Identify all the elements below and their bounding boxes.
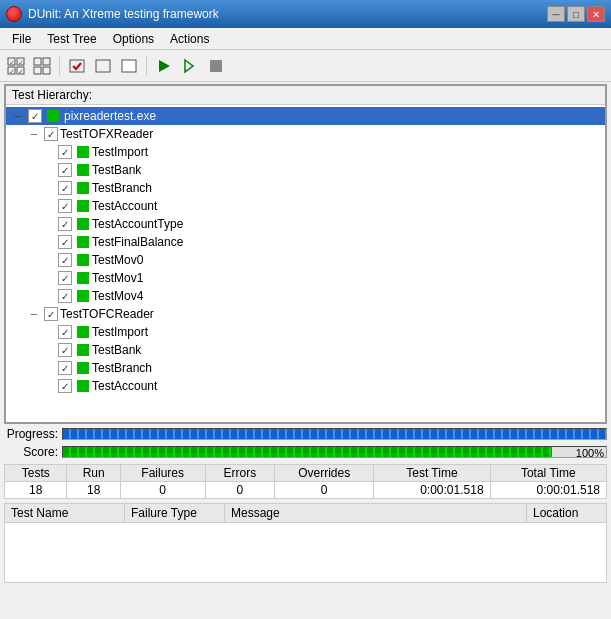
menu-test-tree[interactable]: Test Tree [39, 30, 104, 48]
stop-button[interactable] [204, 54, 228, 78]
stats-table: Tests Run Failures Errors Overrides Test… [4, 464, 607, 499]
tree-label: TestAccountType [92, 217, 183, 231]
tree-label: TestTOFXReader [60, 127, 153, 141]
tree-item[interactable]: TestAccountType [6, 215, 605, 233]
tree-green-box [47, 110, 59, 122]
tree-item[interactable]: TestBank [6, 341, 605, 359]
tree-item[interactable]: TestAccount [6, 377, 605, 395]
tree-item[interactable]: ─TestTOFXReader [6, 125, 605, 143]
tree-checkbox[interactable] [58, 271, 72, 285]
minimize-button[interactable]: ─ [547, 6, 565, 22]
check-all-button[interactable]: ✓✓✓✓ [4, 54, 28, 78]
tree-green-box [77, 272, 89, 284]
failures-table: Test Name Failure Type Message Location [4, 503, 607, 523]
tree-label: TestAccount [92, 379, 157, 393]
svg-rect-14 [122, 60, 136, 72]
tree-checkbox[interactable] [58, 235, 72, 249]
uncheck-all-button[interactable] [30, 54, 54, 78]
title-bar: DUnit: An Xtreme testing framework ─ □ ✕ [0, 0, 611, 28]
tree-item[interactable]: TestImport [6, 143, 605, 161]
tree-label: TestImport [92, 145, 148, 159]
tree-green-box [77, 254, 89, 266]
fail-col-name: Test Name [5, 504, 125, 523]
score-row: Score: 100% [4, 444, 607, 460]
tree-checkbox[interactable] [58, 289, 72, 303]
hierarchy-label: Test Hierarchy: [6, 86, 605, 105]
svg-rect-10 [34, 67, 41, 74]
tree-item[interactable]: TestMov1 [6, 269, 605, 287]
score-label: Score: [4, 445, 62, 459]
tree-green-box [77, 200, 89, 212]
tree-item[interactable]: TestBranch [6, 359, 605, 377]
tree-checkbox[interactable] [58, 253, 72, 267]
progress-fill [63, 429, 606, 439]
tree-label: TestFinalBalance [92, 235, 183, 249]
tree-item[interactable]: ─pixreadertest.exe [6, 107, 605, 125]
tree-item[interactable]: TestMov4 [6, 287, 605, 305]
close-button[interactable]: ✕ [587, 6, 605, 22]
tree-checkbox[interactable] [58, 163, 72, 177]
tree-expander[interactable]: ─ [26, 306, 42, 322]
tree-item[interactable]: TestFinalBalance [6, 233, 605, 251]
tree-checkbox[interactable] [44, 307, 58, 321]
svg-text:✓: ✓ [18, 68, 24, 75]
tree-item[interactable]: TestMov0 [6, 251, 605, 269]
tree-green-box [77, 344, 89, 356]
menu-actions[interactable]: Actions [162, 30, 217, 48]
toolbar-sep-1 [59, 56, 60, 76]
check-failed-button[interactable] [65, 54, 89, 78]
uncheck-button[interactable] [117, 54, 141, 78]
tree-label: TestTOFCReader [60, 307, 154, 321]
tree-label: TestMov0 [92, 253, 143, 267]
tree-checkbox[interactable] [58, 361, 72, 375]
tree-label: TestBranch [92, 181, 152, 195]
tree-checkbox[interactable] [44, 127, 58, 141]
checkbox-button[interactable] [91, 54, 115, 78]
col-errors: Errors [205, 465, 275, 482]
tree-label: TestMov1 [92, 271, 143, 285]
tree-expander[interactable]: ─ [10, 108, 26, 124]
tree-checkbox[interactable] [58, 217, 72, 231]
tree-checkbox[interactable] [58, 199, 72, 213]
tree-expander[interactable]: ─ [26, 126, 42, 142]
bottom-section: Progress: Score: 100% Tests Run Failures… [4, 426, 607, 583]
tree-green-box [77, 380, 89, 392]
tree-checkbox[interactable] [58, 325, 72, 339]
maximize-button[interactable]: □ [567, 6, 585, 22]
tree-item[interactable]: TestBank [6, 161, 605, 179]
run-button[interactable] [152, 54, 176, 78]
tree-checkbox[interactable] [58, 181, 72, 195]
svg-rect-9 [43, 58, 50, 65]
svg-text:✓: ✓ [9, 59, 15, 66]
tree-checkbox[interactable] [58, 145, 72, 159]
col-failures: Failures [120, 465, 205, 482]
tree-item[interactable]: TestBranch [6, 179, 605, 197]
tree-item[interactable]: ─TestTOFCReader [6, 305, 605, 323]
tree-checkbox[interactable] [28, 109, 42, 123]
tree-green-box [77, 182, 89, 194]
run-selected-button[interactable] [178, 54, 202, 78]
tree-green-box [77, 326, 89, 338]
main-panel: Test Hierarchy: ─pixreadertest.exe─TestT… [4, 84, 607, 424]
val-total-time: 0:00:01.518 [490, 482, 606, 499]
svg-text:✓: ✓ [18, 59, 24, 66]
toolbar-sep-2 [146, 56, 147, 76]
failures-body [4, 523, 607, 583]
fail-col-loc: Location [527, 504, 607, 523]
tree-area[interactable]: ─pixreadertest.exe─TestTOFXReaderTestImp… [6, 105, 605, 422]
tree-checkbox[interactable] [58, 343, 72, 357]
val-overrides: 0 [275, 482, 374, 499]
menu-file[interactable]: File [4, 30, 39, 48]
tree-green-box [77, 236, 89, 248]
tree-item[interactable]: TestAccount [6, 197, 605, 215]
col-test-time: Test Time [374, 465, 490, 482]
progress-bar [62, 428, 607, 440]
tree-item[interactable]: TestImport [6, 323, 605, 341]
col-tests: Tests [5, 465, 67, 482]
val-tests: 18 [5, 482, 67, 499]
tree-green-box [77, 218, 89, 230]
menu-options[interactable]: Options [105, 30, 162, 48]
col-overrides: Overrides [275, 465, 374, 482]
tree-checkbox[interactable] [58, 379, 72, 393]
toolbar: ✓✓✓✓ [0, 50, 611, 82]
